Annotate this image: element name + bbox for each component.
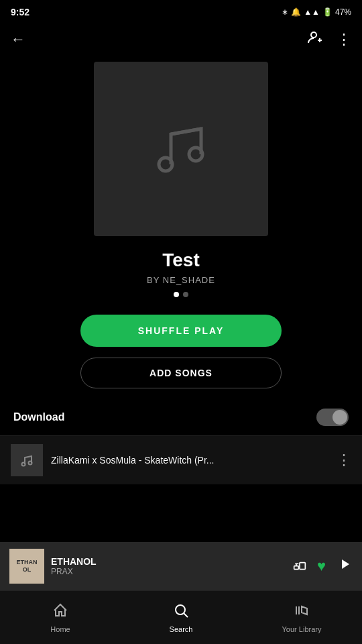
library-label: Your Library — [282, 625, 322, 633]
song-title: ZillaKami x SosMula - SkateWitch (Pr... — [51, 455, 328, 466]
now-playing-actions: ♥ — [293, 556, 353, 576]
now-playing-info: ETHANOL PRAX — [51, 556, 286, 576]
buttons-section: SHUFFLE PLAY ADD SONGS — [0, 304, 362, 399]
shuffle-play-button[interactable]: SHUFFLE PLAY — [80, 315, 282, 347]
battery-percent: 47% — [335, 7, 351, 17]
author-name: NE_SHADE — [163, 275, 215, 285]
playlist-info: Test BY NE_SHADE — [0, 250, 362, 304]
playlist-title: Test — [13, 250, 349, 271]
play-button[interactable] — [337, 556, 353, 576]
svg-point-7 — [29, 462, 32, 465]
download-label: Download — [13, 411, 64, 423]
signal-icon: ▲▲ — [304, 7, 320, 17]
status-icons: ∗ 🔔 ▲▲ 🔋 47% — [282, 7, 351, 17]
svg-marker-12 — [342, 559, 349, 569]
search-label: Search — [170, 625, 193, 633]
music-note-icon — [147, 114, 215, 184]
svg-line-14 — [184, 613, 188, 617]
now-playing-title: ETHANOL — [51, 556, 286, 567]
nav-item-home[interactable]: Home — [0, 602, 121, 633]
add-person-icon[interactable] — [307, 30, 323, 50]
device-connect-icon[interactable] — [293, 558, 306, 575]
author-prefix: BY — [147, 275, 160, 285]
song-info: ZillaKami x SosMula - SkateWitch (Pr... — [51, 455, 328, 466]
battery-icon: 🔋 — [322, 7, 333, 17]
svg-point-0 — [311, 32, 316, 38]
svg-point-6 — [22, 463, 25, 466]
album-art-text: ETHANOL — [17, 559, 38, 574]
svg-rect-8 — [294, 566, 299, 569]
status-time: 9:52 — [11, 7, 29, 17]
now-playing-thumbnail: ETHANOL — [9, 549, 44, 584]
search-icon — [173, 602, 189, 623]
now-playing-artist: PRAX — [51, 567, 286, 576]
song-row: ZillaKami x SosMula - SkateWitch (Pr... … — [0, 435, 362, 484]
status-bar: 9:52 ∗ 🔔 ▲▲ 🔋 47% — [0, 0, 362, 24]
song-thumbnail — [11, 444, 43, 476]
nav-actions: ⋮ — [307, 30, 351, 50]
dot-1 — [174, 292, 179, 297]
song-more-icon[interactable]: ⋮ — [337, 451, 351, 469]
download-toggle[interactable] — [316, 409, 349, 426]
svg-rect-9 — [300, 562, 305, 569]
album-art — [94, 62, 268, 236]
more-options-icon[interactable]: ⋮ — [337, 31, 351, 48]
bottom-nav: Home Search Your Library — [0, 590, 362, 644]
playlist-author: BY NE_SHADE — [13, 275, 349, 285]
bluetooth-icon: ∗ — [282, 7, 288, 17]
now-playing-bar[interactable]: ETHANOL ETHANOL PRAX ♥ — [0, 542, 362, 590]
notification-icon: 🔔 — [291, 7, 301, 17]
dot-indicators — [13, 292, 349, 297]
home-icon — [52, 602, 68, 623]
svg-point-13 — [176, 605, 185, 614]
home-label: Home — [50, 625, 70, 633]
back-button[interactable]: ← — [11, 31, 25, 48]
nav-item-library[interactable]: Your Library — [241, 602, 362, 633]
download-row: Download — [0, 399, 362, 435]
dot-2 — [183, 292, 188, 297]
library-icon — [294, 602, 310, 623]
heart-icon[interactable]: ♥ — [317, 557, 326, 575]
nav-item-search[interactable]: Search — [121, 602, 241, 633]
add-songs-button[interactable]: ADD SONGS — [80, 358, 282, 388]
album-art-container — [0, 55, 362, 250]
toggle-knob — [333, 410, 347, 425]
svg-line-5 — [171, 129, 201, 134]
top-nav: ← ⋮ — [0, 24, 362, 55]
